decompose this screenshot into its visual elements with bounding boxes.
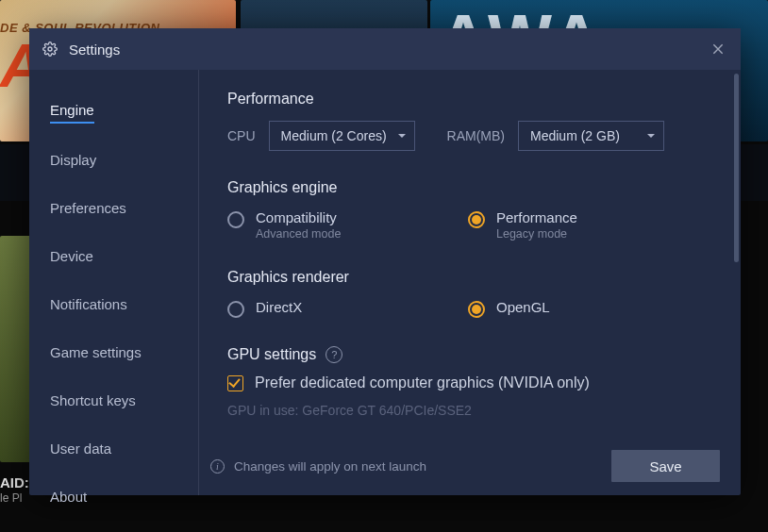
save-button[interactable]: Save (611, 450, 720, 482)
sidebar-item-shortcut-keys[interactable]: Shortcut keys (50, 383, 136, 418)
footer-info: i Changes will apply on next launch (210, 459, 426, 474)
option-title: DirectX (256, 299, 302, 315)
ram-select-value: Medium (2 GB) (530, 128, 620, 143)
sidebar-item-game-settings[interactable]: Game settings (50, 335, 142, 370)
graphics-engine-compatibility[interactable]: Compatibility Advanced mode (227, 209, 468, 241)
sidebar-item-preferences[interactable]: Preferences (50, 191, 126, 225)
radio-icon (468, 211, 485, 228)
graphics-renderer-heading: Graphics renderer (227, 269, 712, 286)
sidebar-item-about[interactable]: About (50, 479, 87, 514)
option-subtitle: Legacy mode (496, 227, 577, 241)
ram-label: RAM(MB) (447, 128, 505, 143)
graphics-engine-performance[interactable]: Performance Legacy mode (468, 209, 709, 241)
svg-point-0 (48, 47, 52, 51)
performance-heading: Performance (227, 91, 712, 108)
option-title: Performance (496, 209, 577, 225)
checkbox-label: Prefer dedicated computer graphics (NVID… (255, 374, 590, 391)
option-title: Compatibility (256, 209, 341, 225)
sidebar-item-engine[interactable]: Engine (50, 92, 94, 124)
radio-icon (468, 301, 485, 318)
settings-dialog: Settings Engine Display Preferences Devi… (29, 28, 741, 495)
chevron-down-icon (397, 128, 407, 143)
graphics-renderer-opengl[interactable]: OpenGL (468, 299, 709, 318)
checkbox-icon (227, 375, 243, 391)
sidebar: Engine Display Preferences Device Notifi… (29, 70, 199, 495)
titlebar: Settings (29, 28, 741, 70)
cpu-select-value: Medium (2 Cores) (281, 128, 387, 143)
graphics-renderer-directx[interactable]: DirectX (227, 299, 468, 318)
radio-icon (227, 211, 244, 228)
sidebar-item-device[interactable]: Device (50, 239, 93, 274)
gpu-settings-heading: GPU settings (227, 346, 316, 363)
info-icon: i (210, 459, 225, 474)
graphics-engine-heading: Graphics engine (227, 179, 712, 196)
gpu-in-use-text: GPU in use: GeForce GT 640/PCIe/SSE2 (227, 403, 712, 418)
ram-select[interactable]: Medium (2 GB) (518, 121, 664, 151)
option-subtitle: Advanced mode (256, 227, 341, 241)
option-title: OpenGL (496, 299, 550, 315)
radio-icon (227, 301, 244, 318)
prefer-dedicated-gpu-checkbox[interactable]: Prefer dedicated computer graphics (NVID… (227, 374, 712, 391)
gear-icon (42, 42, 58, 57)
chevron-down-icon (646, 128, 656, 143)
cpu-label: CPU (227, 128, 256, 143)
help-icon[interactable]: ? (326, 346, 342, 363)
scrollbar[interactable] (734, 74, 739, 262)
cpu-select[interactable]: Medium (2 Cores) (269, 121, 415, 151)
sidebar-item-display[interactable]: Display (50, 142, 96, 177)
footer-info-text: Changes will apply on next launch (234, 459, 426, 474)
sidebar-item-notifications[interactable]: Notifications (50, 287, 127, 322)
bg-text: le Pl (0, 491, 22, 505)
close-button[interactable] (709, 40, 727, 58)
dialog-title: Settings (69, 42, 709, 58)
sidebar-item-user-data[interactable]: User data (50, 431, 111, 466)
content-pane: Performance CPU Medium (2 Cores) RAM(MB)… (199, 70, 741, 495)
